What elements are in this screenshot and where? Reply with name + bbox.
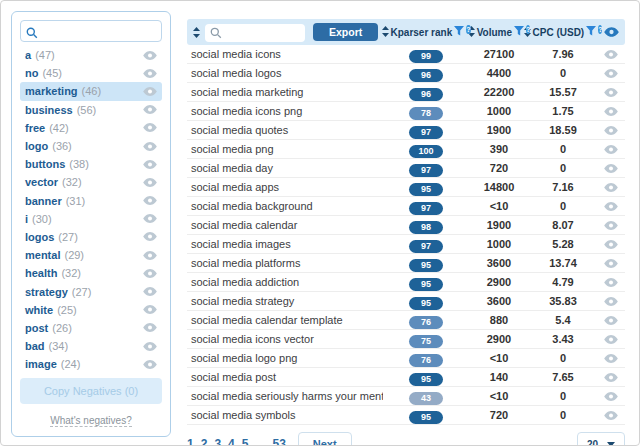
sort-keywords-icon[interactable] <box>193 27 200 38</box>
eye-icon[interactable] <box>597 183 625 192</box>
eye-icon[interactable] <box>597 145 625 154</box>
eye-icon[interactable] <box>597 392 625 401</box>
eye-icon[interactable] <box>143 214 157 223</box>
eye-icon[interactable] <box>143 123 157 132</box>
eye-icon[interactable] <box>143 160 157 169</box>
sidebar-item-logos[interactable]: logos(27) <box>20 228 162 246</box>
keyword-cell[interactable]: social media icons png <box>187 105 383 117</box>
keyword-cell[interactable]: social media background <box>187 200 383 212</box>
sidebar-item-i[interactable]: i(30) <box>20 210 162 228</box>
keyword-cell[interactable]: social media platforms <box>187 257 383 269</box>
sidebar-item-buttons[interactable]: buttons(38) <box>20 155 162 173</box>
help-icon[interactable]: ? <box>466 25 470 34</box>
keyword-cell[interactable]: social media marketing <box>187 86 383 98</box>
keyword-cell[interactable]: social media symbols <box>187 409 383 421</box>
keyword-cell[interactable]: social media logos <box>187 67 383 79</box>
eye-icon[interactable] <box>597 373 625 382</box>
filter-funnel-icon[interactable] <box>454 26 464 38</box>
sidebar-item-health[interactable]: health(32) <box>20 264 162 282</box>
help-icon[interactable]: ? <box>526 25 530 34</box>
sidebar-item-logo[interactable]: logo(36) <box>20 137 162 155</box>
eye-icon[interactable] <box>597 278 625 287</box>
eye-icon[interactable] <box>597 335 625 344</box>
eye-icon[interactable] <box>597 240 625 249</box>
eye-icon[interactable] <box>143 105 157 114</box>
eye-icon[interactable] <box>143 196 157 205</box>
kparser-rank-pill: 99 <box>409 50 443 63</box>
table-search <box>205 22 305 42</box>
eye-icon[interactable] <box>597 107 625 116</box>
keyword-cell[interactable]: social media icons <box>187 48 383 60</box>
eye-icon[interactable] <box>597 221 625 230</box>
eye-icon[interactable] <box>143 323 157 332</box>
keyword-cell[interactable]: social media icons vector <box>187 333 383 345</box>
sidebar-item-a[interactable]: a(47) <box>20 46 162 64</box>
keyword-cell[interactable]: social media calendar <box>187 219 383 231</box>
eye-icon[interactable] <box>597 164 625 173</box>
sidebar-item-post[interactable]: post(26) <box>20 319 162 337</box>
column-header-cpc[interactable]: CPC (USD) ? <box>529 26 597 39</box>
filter-funnel-icon[interactable] <box>586 26 596 38</box>
eye-icon[interactable] <box>143 142 157 151</box>
sidebar-item-white[interactable]: white(25) <box>20 301 162 319</box>
eye-icon[interactable] <box>597 297 625 306</box>
page-size-dropdown[interactable]: 20 <box>577 432 625 446</box>
eye-icon[interactable] <box>597 354 625 363</box>
eye-icon[interactable] <box>597 69 625 78</box>
eye-icon[interactable] <box>597 316 625 325</box>
help-icon[interactable]: ? <box>598 25 602 34</box>
page-link-5[interactable]: 5 <box>242 437 249 446</box>
sidebar-item-banner[interactable]: banner(31) <box>20 192 162 210</box>
column-header-kparser-rank[interactable]: Kparser rank ? <box>383 26 469 39</box>
sidebar-search-input[interactable] <box>20 20 162 42</box>
page-link-53[interactable]: 53 <box>272 437 285 446</box>
page-link-3[interactable]: 3 <box>214 437 221 446</box>
eye-icon[interactable] <box>597 411 625 420</box>
page-link-1[interactable]: 1 <box>187 437 194 446</box>
keyword-cell[interactable]: social media apps <box>187 181 383 193</box>
keyword-cell[interactable]: social media day <box>187 162 383 174</box>
next-page-button[interactable]: Next <box>298 432 352 446</box>
eye-icon[interactable] <box>597 50 625 59</box>
keyword-cell[interactable]: social media strategy <box>187 295 383 307</box>
eye-icon[interactable] <box>143 287 157 296</box>
eye-icon[interactable] <box>143 51 157 60</box>
keyword-cell[interactable]: social media logo png <box>187 352 383 364</box>
column-header-volume[interactable]: Volume ? <box>469 26 529 39</box>
sort-icon[interactable] <box>382 26 389 39</box>
sidebar-item-bad[interactable]: bad(34) <box>20 337 162 355</box>
sidebar-item-no[interactable]: no(45) <box>20 64 162 82</box>
keyword-cell[interactable]: social media png <box>187 143 383 155</box>
keyword-cell[interactable]: social media addiction <box>187 276 383 288</box>
keyword-cell[interactable]: social media images <box>187 238 383 250</box>
sidebar-item-business[interactable]: business(56) <box>20 101 162 119</box>
eye-icon[interactable] <box>143 232 157 241</box>
export-button[interactable]: Export <box>313 23 378 41</box>
eye-icon[interactable] <box>143 69 157 78</box>
copy-negatives-button[interactable]: Copy Negatives (0) <box>20 378 162 404</box>
sidebar-item-image[interactable]: image(24) <box>20 355 162 373</box>
page-link-4[interactable]: 4 <box>228 437 235 446</box>
whats-negatives-link[interactable]: What's negatives? <box>50 415 131 427</box>
eye-icon[interactable] <box>597 259 625 268</box>
eye-icon[interactable] <box>143 360 157 369</box>
eye-icon[interactable] <box>143 251 157 260</box>
keyword-cell[interactable]: social media seriously harms your mental… <box>187 390 383 402</box>
keyword-cell[interactable]: social media calendar template <box>187 314 383 326</box>
sidebar-item-free[interactable]: free(42) <box>20 119 162 137</box>
sidebar-item-marketing[interactable]: marketing(46) <box>20 82 162 100</box>
eye-icon[interactable] <box>597 202 625 211</box>
sidebar-item-strategy[interactable]: strategy(27) <box>20 282 162 300</box>
keyword-cell[interactable]: social media quotes <box>187 124 383 136</box>
eye-icon[interactable] <box>143 342 157 351</box>
eye-icon[interactable] <box>143 178 157 187</box>
sidebar-item-vector[interactable]: vector(32) <box>20 173 162 191</box>
eye-icon[interactable] <box>143 87 157 96</box>
page-link-2[interactable]: 2 <box>201 437 208 446</box>
eye-icon[interactable] <box>597 126 625 135</box>
eye-icon[interactable] <box>143 305 157 314</box>
eye-icon[interactable] <box>143 269 157 278</box>
sidebar-item-mental[interactable]: mental(29) <box>20 246 162 264</box>
eye-icon[interactable] <box>597 88 625 97</box>
keyword-cell[interactable]: social media post <box>187 371 383 383</box>
